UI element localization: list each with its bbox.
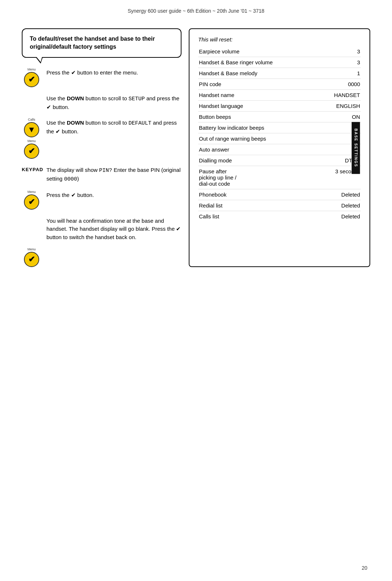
step-text-4: The display will show PIN? Enter the bas… [46, 165, 181, 184]
reset-table-row-10: Dialling modeDTMF [198, 155, 361, 166]
left-column: To default/reset the handset and base to… [22, 28, 189, 267]
reset-table-row-2: Handset & Base melody1 [198, 68, 361, 79]
step-row-6: You will hear a confirmation tone at the… [22, 216, 181, 242]
reset-table-row-11: Pause afterpicking up line /dial-out cod… [198, 166, 361, 189]
reset-table-row-13: Redial listDeleted [198, 200, 361, 211]
reset-item-label-3: PIN code [198, 79, 320, 90]
reset-item-value-2: 1 [320, 68, 361, 79]
reset-item-label-11: Pause afterpicking up line /dial-out cod… [198, 166, 320, 189]
reset-item-label-2: Handset & Base melody [198, 68, 320, 79]
reset-item-label-0: Earpiece volume [198, 46, 320, 57]
right-column: This will reset: Earpiece volume3Handset… [189, 28, 370, 267]
reset-table-row-12: PhonebookDeleted [198, 189, 361, 200]
reset-item-value-0: 3 [320, 46, 361, 57]
reset-item-value-14: Deleted [320, 211, 361, 222]
reset-table-row-1: Handset & Base ringer volume3 [198, 57, 361, 68]
icon-label-menu-5: Menu [28, 190, 36, 194]
title-box: To default/reset the handset and base to… [22, 28, 181, 58]
reset-item-label-13: Redial list [198, 200, 320, 211]
reset-table-row-0: Earpiece volume3 [198, 46, 361, 57]
reset-item-label-7: Battery low indicator beeps [198, 122, 320, 133]
keypad-label: KEYPAD [22, 165, 41, 172]
base-settings-tab: BASE SETTINGS [352, 122, 360, 174]
yellow-circle-1: ✔ [24, 72, 39, 87]
yellow-circle-5: ✔ [24, 194, 39, 210]
reset-item-label-9: Auto answer [198, 144, 320, 155]
reset-item-label-12: Phonebook [198, 189, 320, 200]
reset-table-row-5: Handset languageENGLISH [198, 101, 361, 112]
header-title: Synergy 600 user guide ~ 6th Edition ~ 2… [128, 8, 265, 14]
step-row-3: Calls ▼ Menu ✔ Use the DOWN button to sc… [22, 118, 181, 159]
step-icon-1: Menu ✔ [22, 68, 41, 87]
page-header: Synergy 600 user guide ~ 6th Edition ~ 2… [0, 0, 392, 14]
reset-item-label-10: Dialling mode [198, 155, 320, 166]
step-row-1: Menu ✔ Press the ✔ button to enter the m… [22, 68, 181, 87]
reset-item-label-4: Handset name [198, 90, 320, 101]
page-number: 20 [362, 565, 367, 571]
step-icon-5: Menu ✔ [22, 190, 41, 210]
reset-item-value-1: 3 [320, 57, 361, 68]
reset-item-label-8: Out of range warning beeps [198, 133, 320, 144]
reset-table: Earpiece volume3Handset & Base ringer vo… [198, 46, 361, 222]
yellow-circle-3: ✔ [24, 144, 39, 159]
icon-label-menu-7: Menu [28, 248, 36, 251]
reset-table-row-6: Button beepsON [198, 112, 361, 122]
reset-item-value-3: 0000 [320, 79, 361, 90]
steps-section: Menu ✔ Press the ✔ button to enter the m… [22, 68, 181, 267]
step-text-5: Press the ✔ button. [46, 190, 181, 199]
reset-table-row-4: Handset nameHANDSET [198, 90, 361, 101]
check-icon-3: ✔ [28, 146, 35, 156]
reset-title: This will reset: [198, 36, 361, 43]
reset-item-value-12: Deleted [320, 189, 361, 200]
check-icon-5: ✔ [28, 197, 35, 207]
step-text-1: Press the ✔ button to enter the menu. [46, 68, 181, 77]
icon-label-menu-3: Menu [28, 140, 36, 143]
check-icon-7: ✔ [28, 255, 35, 264]
step-icon-7: Menu ✔ [22, 248, 41, 267]
step-text-6: You will hear a confirmation tone at the… [46, 216, 181, 242]
reset-item-value-5: ENGLISH [320, 101, 361, 112]
reset-table-row-3: PIN code0000 [198, 79, 361, 90]
main-content: To default/reset the handset and base to… [22, 28, 370, 267]
reset-item-label-1: Handset & Base ringer volume [198, 57, 320, 68]
check-icon-1: ✔ [28, 75, 35, 84]
reset-item-value-4: HANDSET [320, 90, 361, 101]
icon-label-menu-1: Menu [28, 68, 36, 71]
step-icon-3: Calls ▼ Menu ✔ [22, 118, 41, 159]
yellow-circle-7: ✔ [24, 252, 39, 267]
title-box-text: To default/reset the handset and base to… [30, 35, 173, 51]
step-text-3: Use the DOWN button to scroll to DEFAULT… [46, 118, 181, 136]
reset-table-row-14: Calls listDeleted [198, 211, 361, 222]
step-row-7: Menu ✔ placeholder [22, 248, 181, 267]
reset-item-label-5: Handset language [198, 101, 320, 112]
step-row-2: Use the DOWN button to scroll to SETUP a… [22, 94, 181, 112]
reset-item-label-6: Button beeps [198, 112, 320, 122]
down-arrow-icon: ▼ [28, 125, 36, 134]
reset-item-value-13: Deleted [320, 200, 361, 211]
step-row-4: KEYPAD The display will show PIN? Enter … [22, 165, 181, 184]
reset-item-label-14: Calls list [198, 211, 320, 222]
down-arrow-circle: ▼ [24, 122, 39, 137]
step-text-2: Use the DOWN button to scroll to SETUP a… [46, 94, 181, 112]
reset-item-value-6: ON [320, 112, 361, 122]
reset-table-row-7: Battery low indicator beepsON [198, 122, 361, 133]
step-row-5: Menu ✔ Press the ✔ button. [22, 190, 181, 210]
reset-table-row-9: Auto answerON [198, 144, 361, 155]
icon-label-calls: Calls [28, 118, 35, 121]
reset-table-row-8: Out of range warning beepsON [198, 133, 361, 144]
